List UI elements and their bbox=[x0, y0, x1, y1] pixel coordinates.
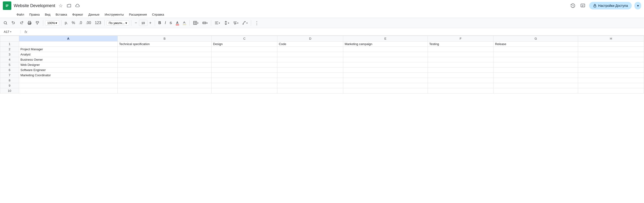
cell-9-a[interactable] bbox=[19, 83, 118, 88]
access-button-arrow[interactable]: ▾ bbox=[634, 2, 641, 9]
cell-1-a[interactable] bbox=[19, 41, 118, 47]
col-header-g[interactable]: G bbox=[494, 36, 578, 41]
cell-1-h[interactable] bbox=[578, 41, 644, 47]
currency-button[interactable]: р. bbox=[63, 20, 69, 26]
cell-7-d[interactable] bbox=[277, 73, 343, 78]
zoom-select[interactable]: 100% ▾ bbox=[45, 20, 59, 25]
cell-6-c[interactable] bbox=[212, 67, 277, 73]
col-header-c[interactable]: C bbox=[212, 36, 277, 41]
text-color-button[interactable]: A bbox=[174, 20, 180, 26]
cell-8-c[interactable] bbox=[212, 78, 277, 83]
cell-6-b[interactable] bbox=[118, 67, 212, 73]
cell-10-a[interactable] bbox=[19, 88, 118, 93]
menu-data[interactable]: Данные bbox=[86, 12, 102, 17]
format-123-button[interactable]: 123 bbox=[93, 20, 102, 26]
cell-10-f[interactable] bbox=[428, 88, 493, 93]
cell-4-f[interactable] bbox=[428, 57, 493, 62]
cell-4-a[interactable]: Business Owner bbox=[19, 57, 118, 62]
col-header-a[interactable]: A bbox=[19, 36, 118, 41]
cell-5-a[interactable]: Web Designer bbox=[19, 62, 118, 67]
align-vert-button[interactable]: ▾ bbox=[222, 20, 230, 26]
cell-1-f[interactable]: Testing bbox=[428, 41, 493, 47]
cell-3-d[interactable] bbox=[277, 52, 343, 57]
cell-6-e[interactable] bbox=[343, 67, 428, 73]
cell-8-g[interactable] bbox=[494, 78, 578, 83]
cell-2-b[interactable] bbox=[118, 47, 212, 52]
row-number-6[interactable]: 6 bbox=[0, 67, 19, 73]
cell-1-c[interactable]: Design bbox=[212, 41, 277, 47]
row-number-1[interactable]: 1 bbox=[0, 41, 19, 47]
menu-format[interactable]: Формат bbox=[70, 12, 86, 17]
menu-view[interactable]: Вид bbox=[42, 12, 53, 17]
cell-5-e[interactable] bbox=[343, 62, 428, 67]
col-header-b[interactable]: B bbox=[118, 36, 212, 41]
cell-2-a[interactable]: Project Manager bbox=[19, 47, 118, 52]
col-header-h[interactable]: H bbox=[578, 36, 644, 41]
cell-6-d[interactable] bbox=[277, 67, 343, 73]
row-number-8[interactable]: 8 bbox=[0, 78, 19, 83]
more-options-button[interactable]: ⋮ bbox=[253, 19, 260, 27]
merge-button[interactable]: ▾ bbox=[201, 20, 209, 26]
cell-8-e[interactable] bbox=[343, 78, 428, 83]
menu-tools[interactable]: Инструменты bbox=[102, 12, 126, 17]
cell-9-c[interactable] bbox=[212, 83, 277, 88]
cell-7-a[interactable]: Marketing Coordinator bbox=[19, 73, 118, 78]
menu-edit[interactable]: Правка bbox=[27, 12, 42, 17]
redo-button[interactable] bbox=[18, 20, 25, 26]
cell-3-f[interactable] bbox=[428, 52, 493, 57]
borders-button[interactable]: ▾ bbox=[192, 20, 200, 26]
cell-3-g[interactable] bbox=[494, 52, 578, 57]
cell-6-f[interactable] bbox=[428, 67, 493, 73]
cell-8-f[interactable] bbox=[428, 78, 493, 83]
font-select[interactable]: По умолч... ▾ bbox=[106, 20, 129, 25]
cell-4-h[interactable] bbox=[578, 57, 644, 62]
cell-4-c[interactable] bbox=[212, 57, 277, 62]
row-number-3[interactable]: 3 bbox=[0, 52, 19, 57]
cell-reference[interactable]: A17 ▾ bbox=[2, 30, 21, 33]
cell-4-b[interactable] bbox=[118, 57, 212, 62]
cell-6-h[interactable] bbox=[578, 67, 644, 73]
cell-3-c[interactable] bbox=[212, 52, 277, 57]
cell-7-c[interactable] bbox=[212, 73, 277, 78]
decimal-dec-button[interactable]: .0 bbox=[78, 20, 84, 26]
cell-3-a[interactable]: Analyst bbox=[19, 52, 118, 57]
cell-8-a[interactable] bbox=[19, 78, 118, 83]
cell-3-b[interactable] bbox=[118, 52, 212, 57]
cell-5-c[interactable] bbox=[212, 62, 277, 67]
bold-button[interactable]: B bbox=[157, 20, 162, 26]
cell-10-b[interactable] bbox=[118, 88, 212, 93]
col-header-d[interactable]: D bbox=[277, 36, 343, 41]
cell-5-d[interactable] bbox=[277, 62, 343, 67]
cell-6-g[interactable] bbox=[494, 67, 578, 73]
cell-5-g[interactable] bbox=[494, 62, 578, 67]
font-size-dec-button[interactable]: − bbox=[133, 20, 138, 26]
row-number-4[interactable]: 4 bbox=[0, 57, 19, 62]
cell-9-d[interactable] bbox=[277, 83, 343, 88]
history-button[interactable] bbox=[569, 2, 576, 9]
paint-format-button[interactable] bbox=[34, 20, 41, 26]
cell-2-e[interactable] bbox=[343, 47, 428, 52]
undo-button[interactable] bbox=[10, 20, 17, 26]
font-size-box[interactable]: 10 bbox=[139, 20, 148, 26]
cell-8-h[interactable] bbox=[578, 78, 644, 83]
cell-7-h[interactable] bbox=[578, 73, 644, 78]
cell-9-h[interactable] bbox=[578, 83, 644, 88]
cell-3-h[interactable] bbox=[578, 52, 644, 57]
italic-button[interactable]: I bbox=[164, 20, 167, 26]
align-horiz-button[interactable]: ▾ bbox=[213, 20, 221, 26]
cell-4-d[interactable] bbox=[277, 57, 343, 62]
cell-10-h[interactable] bbox=[578, 88, 644, 93]
decimal-inc-button[interactable]: .00 bbox=[84, 20, 92, 26]
cell-7-f[interactable] bbox=[428, 73, 493, 78]
cell-10-d[interactable] bbox=[277, 88, 343, 93]
cell-2-f[interactable] bbox=[428, 47, 493, 52]
cell-9-f[interactable] bbox=[428, 83, 493, 88]
percent-button[interactable]: % bbox=[70, 20, 76, 26]
cell-2-c[interactable] bbox=[212, 47, 277, 52]
strikethrough-button[interactable]: S bbox=[168, 20, 173, 26]
cell-7-b[interactable] bbox=[118, 73, 212, 78]
cell-1-d[interactable]: Code bbox=[277, 41, 343, 47]
cell-2-h[interactable] bbox=[578, 47, 644, 52]
cell-1-b[interactable]: Technical specification bbox=[118, 41, 212, 47]
cell-3-e[interactable] bbox=[343, 52, 428, 57]
